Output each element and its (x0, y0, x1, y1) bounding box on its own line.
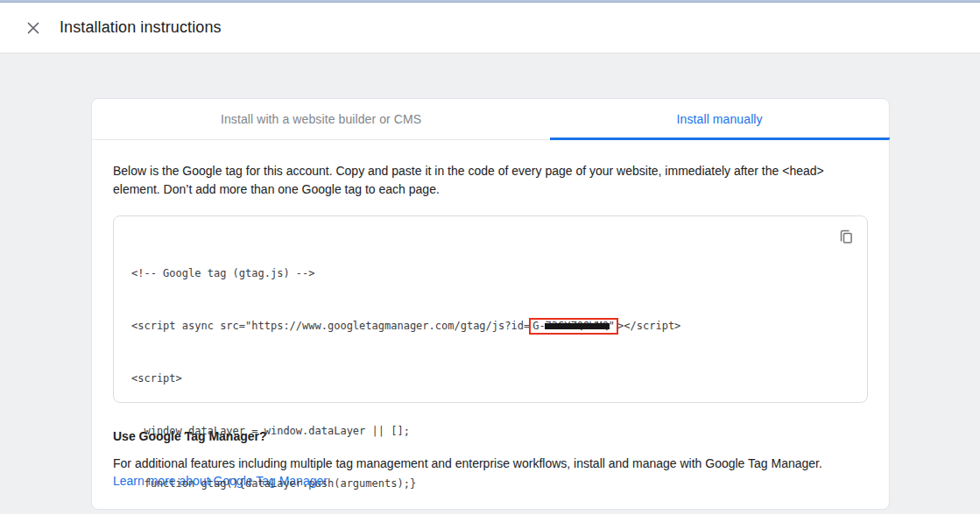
page-title: Installation instructions (60, 18, 222, 37)
code-text: <script async src="https://www.googletag… (131, 320, 530, 332)
code-line: <!-- Google tag (gtag.js) --> (131, 265, 850, 282)
installation-card: Install with a website builder or CMS In… (91, 98, 890, 510)
instructions-text: Below is the Google tag for this account… (113, 162, 868, 199)
dialog-body: Install with a website builder or CMS In… (0, 53, 980, 514)
redaction-box: G-73GYZQ9WMQ" (529, 318, 618, 335)
measurement-id-prefix: G- (532, 320, 545, 332)
code-line: window.dataLayer = window.dataLayer || [… (131, 422, 850, 440)
dialog-header: Installation instructions (0, 3, 980, 53)
tab-install-cms[interactable]: Install with a website builder or CMS (92, 99, 550, 139)
code-snippet-box: <!-- Google tag (gtag.js) --> <script as… (113, 215, 868, 403)
code-line: <script> (131, 370, 850, 387)
measurement-id-redacted: 73GYZQ9WMQ (546, 320, 609, 332)
copy-icon (837, 229, 855, 246)
code-line: <script async src="https://www.googletag… (131, 317, 850, 335)
code-text: ></script> (617, 320, 680, 332)
tab-bar: Install with a website builder or CMS In… (92, 99, 889, 140)
code-snippet: <!-- Google tag (gtag.js) --> <script as… (131, 229, 850, 515)
tab-install-manually[interactable]: Install manually (550, 99, 889, 139)
tab-install-cms-label: Install with a website builder or CMS (221, 112, 421, 126)
copy-button[interactable] (835, 227, 857, 250)
tab-install-manually-label: Install manually (677, 112, 763, 126)
close-quote: " (609, 320, 615, 332)
code-line: function gtag(){dataLayer.push(arguments… (131, 475, 850, 492)
close-button[interactable] (23, 18, 44, 39)
tab-panel-install-manually: Below is the Google tag for this account… (92, 140, 889, 489)
close-icon (25, 20, 41, 36)
